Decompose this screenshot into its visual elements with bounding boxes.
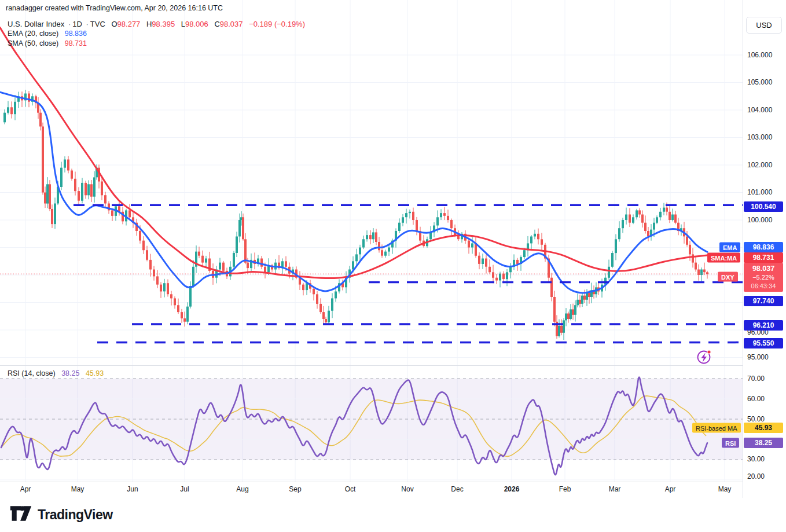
ema-legend-row: EMA (20, close) 98.836 bbox=[8, 29, 305, 39]
last-price-change: −5.22% bbox=[752, 273, 774, 282]
tradingview-logo[interactable]: TradingView bbox=[9, 505, 113, 524]
time-axis-label: 2026 bbox=[504, 485, 520, 493]
rsi-tick-label: 70.00 bbox=[747, 375, 765, 383]
time-axis-label: May bbox=[718, 485, 732, 493]
price-tick-label: 104.000 bbox=[747, 106, 772, 114]
price-tick-label: 102.000 bbox=[747, 161, 772, 169]
time-axis-label: Jul bbox=[180, 485, 189, 493]
rsi-tick-label: 50.00 bbox=[747, 415, 765, 423]
price-tick-label: 95.000 bbox=[747, 353, 769, 361]
sma-legend-row: SMA (50, close) 98.731 bbox=[8, 39, 305, 49]
rsi-ma-pill: RSI-based MA bbox=[692, 423, 741, 433]
tradingview-chart-app: ranadagger created with TradingView.com,… bbox=[0, 0, 786, 532]
time-axis-label: Nov bbox=[401, 485, 413, 493]
level-badge-96210[interactable]: 96.210 bbox=[744, 320, 783, 331]
chart-canvas[interactable] bbox=[0, 0, 786, 532]
rsi-legend[interactable]: RSI (14, close) 38.25 45.93 bbox=[8, 369, 104, 377]
time-axis-label: Apr bbox=[20, 485, 31, 493]
last-price-value: 98.037 bbox=[752, 265, 774, 273]
currency-button[interactable]: USD bbox=[746, 17, 782, 34]
open-value: 98.277 bbox=[117, 20, 141, 28]
exchange-label: TVC bbox=[90, 20, 105, 28]
main-legend[interactable]: U.S. Dollar Index ·1D ·TVC O98.277 H98.3… bbox=[8, 19, 305, 49]
interval-label: 1D bbox=[72, 20, 82, 28]
price-tick-label: 106.000 bbox=[747, 51, 772, 59]
rsi-tick-label: 60.00 bbox=[747, 395, 765, 403]
attribution-text: ranadagger created with TradingView.com,… bbox=[6, 4, 223, 12]
flash-icon[interactable] bbox=[698, 350, 711, 364]
price-tick-label: 100.000 bbox=[747, 216, 772, 224]
ema-legend-value: 98.836 bbox=[65, 30, 87, 38]
symbol-name: U.S. Dollar Index bbox=[8, 20, 64, 28]
sma-legend-value: 98.731 bbox=[65, 39, 87, 47]
rsi-ma-legend-value: 45.93 bbox=[86, 369, 104, 377]
bar-countdown: 06:43:34 bbox=[751, 282, 776, 291]
tradingview-logo-text: TradingView bbox=[38, 507, 113, 523]
level-badge-97740[interactable]: 97.740 bbox=[744, 296, 783, 306]
change-value: −0.189 (−0.19%) bbox=[249, 20, 305, 28]
sma-price-badge: 98.731 bbox=[744, 252, 783, 263]
rsi-ma-badge: 45.93 bbox=[744, 423, 783, 433]
time-axis-label: Jun bbox=[127, 485, 138, 493]
price-tick-label: 103.000 bbox=[747, 133, 772, 141]
rsi-pill: RSI bbox=[722, 438, 739, 448]
last-price-badge[interactable]: 98.037 −5.22% 06:43:34 bbox=[744, 263, 783, 292]
low-value: 98.006 bbox=[185, 20, 208, 28]
dxy-pill: DXY bbox=[718, 272, 738, 282]
sma-pill: SMA:MA bbox=[707, 253, 740, 263]
price-tick-label: 105.000 bbox=[747, 78, 772, 86]
time-axis-label: May bbox=[71, 485, 85, 493]
time-axis-label: Aug bbox=[236, 485, 248, 493]
ema-pill: EMA bbox=[719, 243, 740, 252]
symbol-legend-row: U.S. Dollar Index ·1D ·TVC O98.277 H98.3… bbox=[8, 19, 305, 29]
ema-price-badge: 98.836 bbox=[744, 242, 783, 252]
close-value: 98.037 bbox=[220, 20, 243, 28]
time-axis-label: Feb bbox=[559, 485, 571, 493]
high-value: 98.395 bbox=[152, 20, 175, 28]
level-badge-95550[interactable]: 95.550 bbox=[744, 338, 783, 348]
time-axis-label: Sep bbox=[289, 485, 301, 493]
time-axis-label: Dec bbox=[451, 485, 463, 493]
rsi-legend-value: 38.25 bbox=[61, 369, 79, 377]
rsi-badge: 38.25 bbox=[744, 438, 783, 448]
time-axis-label: Mar bbox=[609, 485, 621, 493]
price-tick-label: 101.000 bbox=[747, 188, 772, 196]
time-axis-label: Apr bbox=[665, 485, 676, 493]
tradingview-logo-icon bbox=[9, 505, 32, 524]
rsi-tick-label: 20.00 bbox=[747, 472, 765, 480]
rsi-tick-label: 30.00 bbox=[747, 455, 765, 463]
time-axis-label: Oct bbox=[345, 485, 356, 493]
level-badge-100540[interactable]: 100.540 bbox=[744, 201, 783, 212]
